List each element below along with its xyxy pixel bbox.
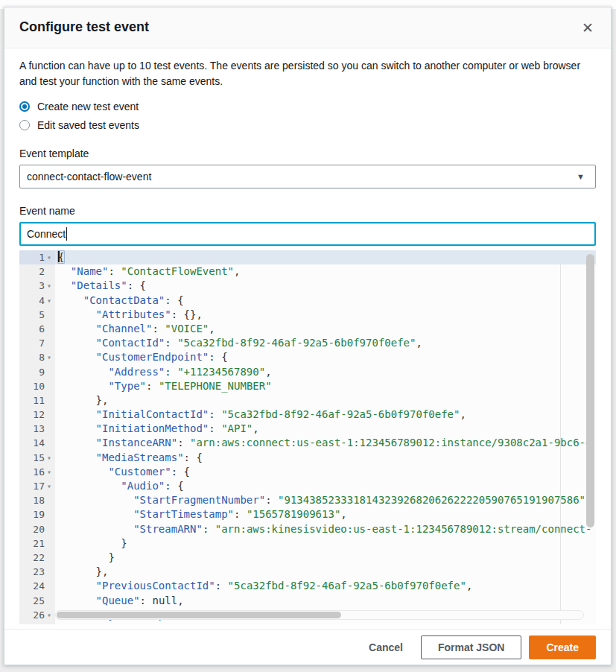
gutter-line-number: 27	[19, 622, 55, 624]
gutter-line-number: 5	[19, 308, 55, 322]
gutter-line-number: 23	[19, 565, 55, 579]
gutter-line-number: 14	[19, 436, 55, 450]
code-line[interactable]: "CustomerEndpoint": {	[55, 350, 596, 364]
editor-gutter: 1▾23▾4▾5678▾9101112131415▾16▾17▾18192021…	[19, 250, 55, 624]
fold-toggle-icon[interactable]: ▾	[45, 465, 54, 479]
gutter-line-number: 17▾	[19, 479, 55, 493]
gutter-line-number: 25	[19, 594, 55, 608]
gutter-line-number: 1▾	[19, 250, 55, 264]
code-line[interactable]: "Channel": "VOICE",	[55, 322, 596, 336]
gutter-line-number: 11	[19, 393, 55, 408]
json-code-editor[interactable]: 1▾23▾4▾5678▾9101112131415▾16▾17▾18192021…	[19, 250, 596, 624]
code-line[interactable]: "PreviousContactId": "5ca32fbd-8f92-46af…	[55, 579, 596, 593]
code-line[interactable]: "MediaStreams": {	[55, 451, 596, 465]
code-line[interactable]: "StartFragmentNumber": "9134385233318143…	[55, 493, 596, 507]
radio-label: Edit saved test events	[37, 119, 139, 131]
event-name-value: Connect	[27, 228, 66, 240]
gutter-line-number: 22	[19, 551, 55, 565]
code-line[interactable]	[55, 622, 596, 624]
create-button[interactable]: Create	[529, 635, 596, 659]
gutter-line-number: 16▾	[19, 465, 55, 479]
event-template-value: connect-contact-flow-event	[27, 171, 151, 183]
code-line[interactable]: }	[55, 551, 596, 565]
code-line[interactable]: },	[55, 393, 596, 408]
fold-toggle-icon[interactable]: ▾	[45, 350, 54, 364]
code-line[interactable]: "StreamARN": "arn:aws:kinesisvideo:us-ea…	[55, 522, 596, 536]
modal-body: A function can have up to 10 test events…	[4, 58, 611, 624]
vertical-scrollbar-thumb[interactable]	[586, 254, 594, 527]
gutter-line-number: 20	[19, 522, 55, 536]
horizontal-scrollbar[interactable]	[55, 610, 584, 620]
gutter-line-number: 3▾	[19, 279, 55, 293]
modal-description: A function can have up to 10 test events…	[19, 58, 596, 89]
chevron-down-icon: ▼	[577, 172, 585, 181]
code-line[interactable]: "Attributes": {},	[55, 308, 596, 322]
code-line[interactable]: "Queue": null,	[55, 594, 596, 608]
gutter-line-number: 8▾	[19, 350, 55, 364]
radio-label: Create new test event	[37, 101, 139, 112]
fold-toggle-icon[interactable]: ▾	[45, 250, 54, 264]
code-line[interactable]: "InitiationMethod": "API",	[55, 422, 596, 436]
editor-code[interactable]: { "Name": "ContactFlowEvent", "Details":…	[55, 250, 596, 624]
event-name-label: Event name	[19, 205, 596, 217]
code-line[interactable]: }	[55, 536, 596, 551]
fold-toggle-icon[interactable]: ▾	[45, 294, 54, 308]
code-line[interactable]: "Name": "ContactFlowEvent",	[55, 264, 596, 279]
code-line[interactable]: "StartTimestamp": "1565781909613",	[55, 507, 596, 522]
event-template-label: Event template	[19, 148, 596, 159]
event-name-input[interactable]: Connect	[19, 222, 596, 246]
code-line[interactable]: "Audio": {	[55, 479, 596, 493]
modal-title: Configure test event	[19, 19, 596, 35]
gutter-line-number: 10	[19, 379, 55, 393]
code-line[interactable]: {	[55, 250, 596, 264]
modal-footer: Cancel Format JSON Create	[4, 629, 611, 665]
code-line[interactable]: },	[55, 565, 596, 579]
gutter-line-number: 26▾	[19, 608, 55, 622]
configure-test-event-modal: Configure test event ✕ A function can ha…	[4, 7, 612, 665]
gutter-line-number: 13	[19, 422, 55, 436]
code-line[interactable]: "InitialContactId": "5ca32fbd-8f92-46af-…	[55, 408, 596, 422]
close-icon[interactable]: ✕	[577, 17, 599, 39]
fold-toggle-icon[interactable]: ▾	[45, 279, 54, 293]
radio-edit-saved-test-events[interactable]: Edit saved test events	[19, 118, 596, 131]
radio-unselected-icon[interactable]	[19, 120, 30, 130]
gutter-line-number: 21	[19, 536, 55, 551]
fold-toggle-icon[interactable]: ▾	[45, 479, 54, 493]
gutter-line-number: 4▾	[19, 294, 55, 308]
gutter-line-number: 12	[19, 408, 55, 422]
text-cursor	[66, 227, 67, 241]
code-line[interactable]: "ContactData": {	[55, 294, 596, 308]
horizontal-scrollbar-thumb[interactable]	[57, 612, 341, 618]
gutter-line-number: 19	[19, 507, 55, 522]
gutter-line-number: 7	[19, 336, 55, 350]
code-line[interactable]: "Details": {	[55, 279, 596, 293]
code-line[interactable]: "InstanceARN": "arn:aws:connect:us-east-…	[55, 436, 596, 450]
gutter-line-number: 18	[19, 493, 55, 507]
modal-header: Configure test event ✕	[4, 7, 611, 48]
code-line[interactable]: "Customer": {	[55, 465, 596, 479]
gutter-line-number: 2	[19, 264, 55, 279]
code-line[interactable]: "Address": "+11234567890",	[55, 365, 596, 379]
format-json-button[interactable]: Format JSON	[421, 635, 521, 659]
event-template-select[interactable]: connect-contact-flow-event ▼	[19, 165, 596, 188]
cancel-button[interactable]: Cancel	[358, 636, 413, 659]
gutter-line-number: 24	[19, 579, 55, 593]
fold-toggle-icon[interactable]: ▾	[45, 451, 54, 465]
radio-create-new-test-event[interactable]: Create new test event	[19, 100, 596, 112]
fold-toggle-icon[interactable]: ▾	[45, 608, 54, 622]
code-line[interactable]: "ContactId": "5ca32fbd-8f92-46af-92a5-6b…	[55, 336, 596, 350]
gutter-line-number: 15▾	[19, 451, 55, 465]
radio-selected-icon[interactable]	[19, 101, 30, 112]
gutter-line-number: 6	[19, 322, 55, 336]
gutter-line-number: 9	[19, 365, 55, 379]
code-line[interactable]: "Type": "TELEPHONE_NUMBER"	[55, 379, 596, 393]
